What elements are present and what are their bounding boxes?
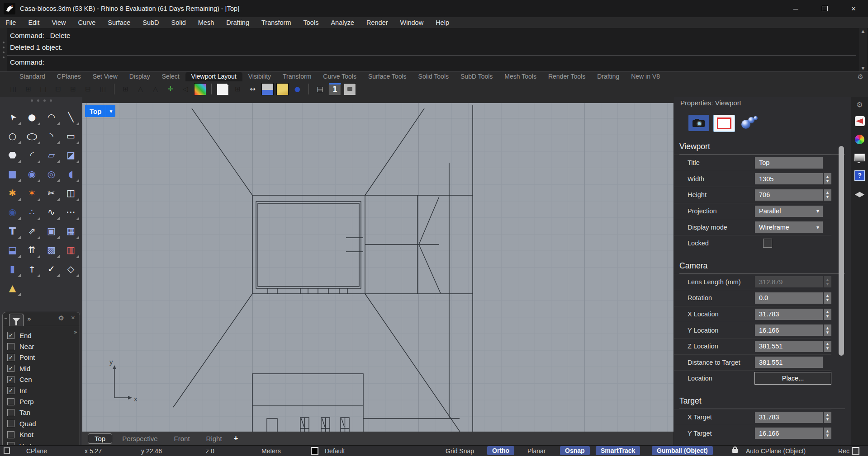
osnap-checkbox[interactable] (7, 420, 14, 427)
arc-icon[interactable]: ◝ (42, 127, 61, 146)
osnap-checkbox[interactable] (7, 398, 14, 405)
maximize-button[interactable] (810, 0, 839, 17)
statusbar-grip-icon[interactable] (4, 447, 10, 454)
rotation-input[interactable]: 0.0 (755, 292, 823, 304)
ribbon-tab[interactable]: Standard (14, 72, 51, 81)
osnap-checkbox[interactable] (7, 376, 14, 383)
menu-item[interactable]: SubD (142, 19, 159, 26)
y-location-stepper[interactable] (824, 324, 831, 336)
solid-edit-icon[interactable]: ⬓ (3, 240, 22, 259)
menu-item[interactable]: Transform (261, 19, 291, 26)
osnap-checkbox[interactable] (7, 409, 14, 416)
current-layer[interactable]: Default (325, 446, 345, 456)
menu-item[interactable]: Window (400, 19, 424, 26)
ribbon-tab[interactable]: Transform (277, 72, 317, 81)
planar-toggle[interactable]: Planar (527, 446, 545, 456)
panel-gear-icon[interactable] (851, 97, 868, 112)
viewport-tab[interactable]: Right (200, 434, 228, 443)
viewport-4pane-icon[interactable]: ⊞ (22, 83, 34, 95)
cone-view-icon[interactable]: △ (134, 83, 147, 95)
help-panel-tab[interactable]: ? (851, 166, 868, 184)
osnap-gear-icon[interactable] (58, 314, 64, 322)
record-history-icon[interactable] (852, 447, 859, 455)
colors-panel-tab[interactable] (851, 130, 868, 148)
distance-to-target-input[interactable]: 381.551 (755, 357, 823, 368)
ribbon-tab[interactable]: Curve Tools (317, 72, 362, 81)
osnap-checkbox[interactable] (7, 332, 14, 339)
place-button[interactable]: Place... (754, 372, 831, 385)
smarttrack-toggle[interactable]: SmartTrack (596, 446, 640, 455)
command-scrollbar[interactable] (859, 28, 867, 71)
extrude-icon[interactable]: ⇈ (22, 240, 42, 259)
boolean-icon[interactable]: ◉ (3, 202, 22, 221)
explode-icon[interactable]: ✶ (22, 183, 42, 202)
height-input[interactable]: 706 (755, 189, 823, 201)
print-icon[interactable]: ▤ (314, 83, 326, 95)
osnap-checkbox[interactable] (7, 431, 14, 438)
camera-view-icon[interactable]: ◁ (179, 83, 191, 95)
gumball-toggle[interactable]: Gumball (Object) (652, 446, 713, 455)
viewport-properties-tab[interactable] (688, 115, 709, 131)
viewport-hand-icon[interactable]: ⊞ (67, 83, 79, 95)
lock-icon[interactable] (732, 449, 738, 453)
grid-snap-toggle[interactable]: Grid Snap (446, 446, 474, 456)
viewport-tab[interactable]: + (232, 434, 240, 443)
surface-plane-icon[interactable]: ▱ (42, 146, 61, 165)
polygon-icon[interactable] (3, 146, 22, 165)
hatch-icon[interactable]: ▥ (61, 240, 81, 259)
menu-item[interactable]: Render (366, 19, 388, 26)
surface-edge-icon[interactable]: ◪ (61, 146, 81, 165)
x-location-input[interactable]: 31.783 (755, 309, 823, 320)
menu-item[interactable]: Help (436, 19, 449, 26)
display-panel-tab[interactable] (851, 148, 868, 166)
command-prompt-input[interactable]: Command: (10, 56, 856, 68)
ellipse-icon[interactable]: ○ (22, 127, 42, 146)
ribbon-tab[interactable]: CPlanes (51, 72, 87, 81)
curve-interpcrv-icon[interactable]: ◠ (42, 108, 61, 127)
snap-grid-icon[interactable]: ⊞ (119, 83, 132, 95)
leader-icon[interactable]: ⋯ (61, 202, 81, 221)
osnap-checkbox[interactable] (7, 354, 14, 361)
viewport-title[interactable]: Top (85, 108, 106, 115)
properties-panel-tab[interactable] (851, 112, 868, 130)
plugin-icon[interactable]: ✱ (3, 183, 22, 202)
export-view-icon[interactable]: ● (291, 83, 304, 95)
display-colors-icon[interactable] (194, 83, 206, 95)
cplane-button[interactable]: CPlane (26, 446, 47, 456)
ribbon-tab[interactable]: Render Tools (542, 72, 591, 81)
x-location-stepper[interactable] (824, 309, 831, 320)
projection-select[interactable]: Parallel (755, 206, 823, 217)
grid-array-icon[interactable]: ▩ (42, 240, 61, 259)
rectangle-icon[interactable]: ▭ (61, 127, 81, 146)
layout-4pane-icon[interactable]: ⊞ (232, 83, 244, 95)
ribbon-gear-icon[interactable] (858, 73, 863, 81)
object-properties-tab[interactable] (739, 115, 760, 131)
open-template-icon[interactable] (276, 83, 289, 95)
palette-drag-handle[interactable] (0, 99, 82, 102)
viewport-title-badge[interactable]: Top (85, 105, 115, 117)
torus-icon[interactable]: ◎ (42, 165, 61, 183)
scale-icon[interactable]: ⇗ (22, 221, 42, 240)
paint-icon[interactable]: ▮ (3, 259, 22, 278)
cplane-axes-icon[interactable]: ✛ (164, 83, 176, 95)
menu-item[interactable]: Curve (78, 19, 96, 26)
ribbon-tab[interactable]: Visibility (242, 72, 277, 81)
single-point-icon[interactable]: ● (22, 108, 42, 127)
x-target-stepper[interactable] (824, 412, 831, 423)
viewport-tab[interactable]: Perspective (116, 434, 164, 443)
viewport-canvas[interactable]: y x Top (82, 103, 674, 432)
menu-item[interactable]: Surface (108, 19, 130, 26)
ortho-toggle[interactable]: Ortho (487, 446, 514, 455)
page-one-icon[interactable]: 1 (329, 83, 341, 95)
ribbon-tab[interactable]: Drafting (591, 72, 625, 81)
osnap-toggle[interactable]: Osnap (560, 446, 590, 455)
minimize-button[interactable] (781, 0, 810, 17)
x-target-input[interactable]: 31.783 (755, 412, 823, 423)
ribbon-tab[interactable]: Display (123, 72, 156, 81)
blend-curve-icon[interactable]: ∿ (42, 202, 61, 221)
panel-scrollbar[interactable] (839, 146, 844, 356)
z-location-stepper[interactable] (824, 341, 831, 352)
ribbon-tab[interactable]: Surface Tools (362, 72, 413, 81)
menu-item[interactable]: View (52, 19, 66, 26)
height-stepper[interactable] (824, 189, 831, 201)
